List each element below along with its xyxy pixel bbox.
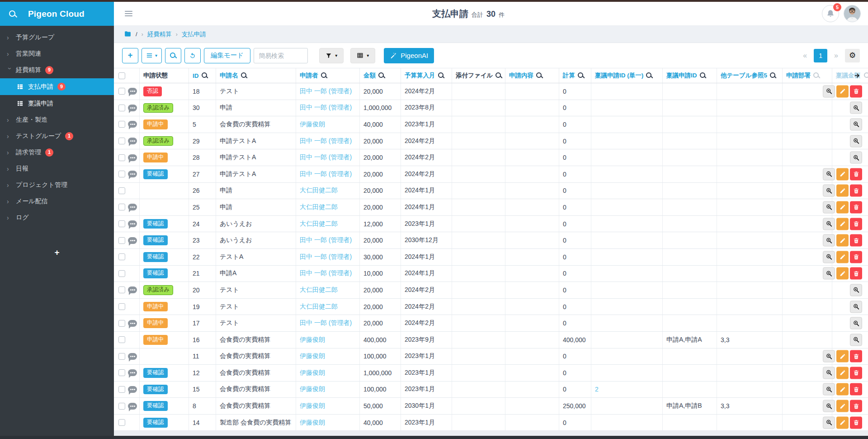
table-settings-button[interactable]: ⚙: [845, 49, 860, 62]
edit-button[interactable]: [836, 218, 849, 230]
column-settings-button[interactable]: ▾: [350, 48, 375, 63]
applicant-cell[interactable]: 田中 一郎 (管理者): [296, 166, 360, 182]
view-button[interactable]: [850, 102, 862, 114]
delete-button[interactable]: [850, 168, 862, 180]
pigeon-ai-button[interactable]: PigeonAI: [384, 48, 434, 63]
hamburger-menu-icon[interactable]: [125, 11, 132, 16]
row-checkbox[interactable]: [118, 403, 125, 410]
column-search-icon[interactable]: [646, 72, 652, 79]
row-checkbox[interactable]: [118, 204, 125, 210]
applicant-cell[interactable]: 伊藤俊朗: [296, 398, 360, 414]
view-button[interactable]: [850, 301, 862, 313]
row-checkbox[interactable]: [118, 353, 125, 360]
breadcrumb-link-current[interactable]: 支払申請: [182, 30, 206, 38]
row-checkbox[interactable]: [118, 138, 125, 144]
edit-button[interactable]: [836, 234, 849, 247]
applicant-cell[interactable]: 伊藤俊朗: [296, 116, 360, 133]
delete-button[interactable]: [850, 85, 862, 97]
column-search-icon[interactable]: [700, 72, 706, 79]
sidebar-item-2[interactable]: ›経費精算9: [0, 62, 114, 78]
sidebar-item-8[interactable]: ›日報: [0, 161, 114, 177]
comment-icon[interactable]: [128, 204, 137, 210]
sidebar-item-0[interactable]: ›予算グループ: [0, 29, 114, 46]
sidebar-item-5[interactable]: ›生産・製造: [0, 112, 114, 128]
view-button[interactable]: [823, 383, 835, 396]
sidebar-item-7[interactable]: ›請求管理1: [0, 144, 114, 161]
avatar[interactable]: [844, 5, 861, 22]
edit-button[interactable]: [836, 251, 849, 263]
filter-button[interactable]: ▾: [319, 48, 344, 63]
quick-search-input[interactable]: [254, 48, 308, 63]
edit-button[interactable]: [836, 168, 849, 180]
row-checkbox[interactable]: [118, 320, 125, 327]
applicant-cell[interactable]: 大仁田健二郎: [296, 299, 360, 315]
search-button[interactable]: [165, 48, 181, 63]
select-all-checkbox[interactable]: [118, 72, 125, 79]
sidebar-item-4[interactable]: 稟議申請: [0, 95, 114, 112]
column-search-icon[interactable]: [578, 72, 584, 79]
edit-button[interactable]: [836, 85, 849, 97]
column-header-ringi_amount[interactable]: 稟議金額: [832, 68, 868, 83]
sidebar-item-10[interactable]: ›メール配信: [0, 193, 114, 210]
comment-icon[interactable]: [128, 220, 137, 227]
delete-button[interactable]: [850, 267, 862, 280]
edit-mode-button[interactable]: 編集モード: [204, 48, 250, 63]
sidebar-item-6[interactable]: ›テストグループ1: [0, 128, 114, 144]
page-next-button[interactable]: »: [834, 52, 838, 60]
view-button[interactable]: [823, 201, 835, 213]
view-button[interactable]: [850, 135, 862, 147]
applicant-cell[interactable]: 田中 一郎 (管理者): [296, 266, 360, 282]
comment-icon[interactable]: [128, 237, 137, 244]
sidebar-item-1[interactable]: ›営業関連: [0, 46, 114, 62]
column-search-icon[interactable]: [536, 72, 542, 79]
row-checkbox[interactable]: [118, 105, 125, 111]
view-button[interactable]: [823, 367, 835, 379]
column-header-content[interactable]: 申請内容: [505, 68, 559, 83]
row-checkbox[interactable]: [118, 171, 125, 177]
comment-icon[interactable]: [128, 154, 137, 161]
column-header-other5[interactable]: 他テーブル参照5: [717, 68, 783, 83]
comment-icon[interactable]: [128, 121, 137, 128]
column-header-month[interactable]: 予算算入月: [401, 68, 452, 83]
applicant-cell[interactable]: 伊藤俊朗: [296, 332, 360, 348]
row-checkbox[interactable]: [118, 270, 125, 277]
delete-button[interactable]: [850, 350, 862, 363]
view-button[interactable]: [850, 284, 862, 296]
comment-icon[interactable]: [128, 386, 137, 393]
column-header-ringi_single[interactable]: 稟議申請ID (単一): [591, 68, 663, 83]
delete-button[interactable]: [850, 416, 862, 429]
applicant-cell[interactable]: 伊藤俊朗: [296, 415, 360, 431]
column-header-id[interactable]: ID: [189, 68, 216, 83]
sidebar-add-button[interactable]: +: [0, 248, 114, 258]
applicant-cell[interactable]: 大仁田健二郎: [296, 199, 360, 215]
row-checkbox[interactable]: [118, 121, 125, 128]
edit-button[interactable]: [836, 350, 849, 363]
column-header-dept[interactable]: 申請部署: [783, 68, 832, 83]
applicant-cell[interactable]: 大仁田健二郎: [296, 282, 360, 298]
comment-icon[interactable]: [128, 403, 137, 410]
delete-button[interactable]: [850, 383, 862, 396]
delete-button[interactable]: [850, 234, 862, 247]
column-header-name[interactable]: 申請名: [216, 68, 296, 83]
view-button[interactable]: [850, 118, 862, 130]
page-current[interactable]: 1: [814, 49, 827, 62]
row-checkbox[interactable]: [118, 303, 125, 310]
sidebar-item-11[interactable]: ›ログ: [0, 210, 114, 226]
column-search-icon[interactable]: [770, 72, 776, 79]
comment-icon[interactable]: [128, 88, 137, 95]
delete-button[interactable]: [850, 400, 862, 412]
row-checkbox[interactable]: [118, 419, 125, 426]
view-button[interactable]: [823, 251, 835, 263]
delete-button[interactable]: [850, 185, 862, 197]
list-menu-button[interactable]: ▾: [142, 48, 162, 63]
comment-icon[interactable]: [128, 105, 137, 111]
column-search-icon[interactable]: [438, 72, 444, 79]
edit-button[interactable]: [836, 383, 849, 396]
comment-icon[interactable]: [128, 369, 137, 376]
view-button[interactable]: [850, 317, 862, 329]
comment-icon[interactable]: [128, 286, 137, 293]
column-search-icon[interactable]: [864, 72, 868, 79]
edit-button[interactable]: [836, 416, 849, 429]
add-record-button[interactable]: +: [122, 48, 138, 63]
page-prev-button[interactable]: «: [803, 52, 807, 60]
